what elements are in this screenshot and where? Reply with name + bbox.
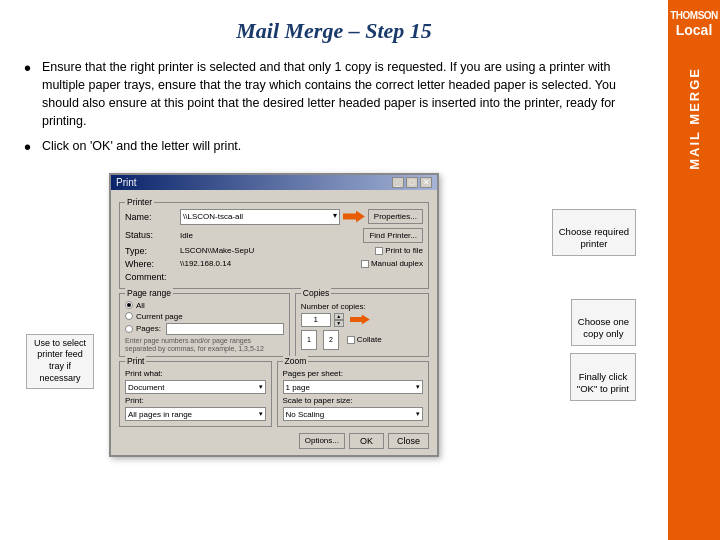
callout-ok: Finally click "OK" to print [570, 353, 636, 400]
copies-value[interactable]: 1 [301, 313, 331, 327]
close-btn-title[interactable]: ✕ [420, 177, 432, 188]
where-value: \\192.168.0.14 [180, 259, 361, 268]
where-label: Where: [125, 259, 180, 269]
num-copies-label: Number of copies: [301, 302, 423, 311]
status-row: Status: Idle Find Printer... [125, 228, 423, 243]
all-label: All [136, 301, 145, 310]
current-page-radio-row: Current page [125, 312, 284, 321]
pages-radio[interactable] [125, 325, 133, 333]
bullet-dot: • [24, 137, 38, 157]
where-row: Where: \\192.168.0.14 Manual duplex [125, 259, 423, 269]
copies-spinbuttons: ▲ ▼ [334, 313, 344, 327]
type-label: Type: [125, 246, 180, 256]
copies-spin-down[interactable]: ▼ [334, 320, 344, 327]
list-item: • Ensure that the right printer is selec… [24, 58, 644, 131]
print-what-value: Document [128, 383, 164, 392]
printer-section-title: Printer [125, 197, 154, 207]
current-page-label: Current page [136, 312, 183, 321]
print-what-label: Print what: [125, 369, 266, 378]
type-row: Type: LSCON\\Make-SepU Print to file [125, 246, 423, 256]
callout-printer-text: Choose required printer [559, 226, 629, 249]
find-printer-button[interactable]: Find Printer... [363, 228, 423, 243]
name-value: \\LSCON-tsca-all [183, 212, 243, 221]
list-item: • Click on 'OK' and the letter will prin… [24, 137, 644, 157]
pages-input[interactable] [166, 323, 284, 335]
title-buttons: _ □ ✕ [392, 177, 432, 188]
status-value: Idle [180, 231, 359, 240]
copies-area: Number of copies: 1 ▲ ▼ [301, 302, 423, 350]
callout-feed-text: Use to select printer feed tray if neces… [34, 338, 86, 383]
type-value: LSCON\\Make-SepU [180, 246, 375, 255]
sidebar: THOMSON Local MAIL MERGE [668, 0, 720, 540]
bullet-dot: • [24, 58, 38, 78]
sidebar-section-label: MAIL MERGE [687, 67, 702, 170]
printer-arrow [343, 211, 365, 223]
print-value: All pages in range [128, 410, 192, 419]
screenshot-area: Use to select printer feed tray if neces… [24, 169, 644, 409]
manual-duplex-checkbox[interactable] [361, 260, 369, 268]
bullet-text-2: Click on 'OK' and the letter will print. [42, 137, 241, 155]
scale-dropdown[interactable]: No Scaling ▾ [283, 407, 424, 421]
collate-checkbox[interactable] [347, 336, 355, 344]
print-to-file-row: Print to file [375, 246, 423, 255]
collate-label: Collate [357, 335, 382, 344]
callout-ok-text: Finally click "OK" to print [577, 371, 629, 394]
pages-per-sheet-label: Pages per sheet: [283, 369, 424, 378]
callout-copy: Choose one copy only [571, 299, 636, 346]
collate-area: 1 2 Collate [301, 330, 423, 350]
print-label: Print: [125, 396, 266, 405]
pages-hint: Enter page numbers and/or page ranges se… [125, 337, 284, 354]
print-what-body: Print what: Document ▾ Print: All pages … [125, 369, 266, 421]
print-what-arrow: ▾ [259, 383, 263, 391]
manual-duplex-label: Manual duplex [371, 259, 423, 268]
comment-row: Comment: [125, 272, 423, 282]
copies-spin-up[interactable]: ▲ [334, 313, 344, 320]
print-arrow: ▾ [259, 410, 263, 418]
properties-button[interactable]: Properties... [368, 209, 423, 224]
print-dialog: Print _ □ ✕ Printer Name: \\LSCON-tsca-a [109, 173, 439, 458]
minimize-btn[interactable]: _ [392, 177, 404, 188]
all-radio[interactable] [125, 301, 133, 309]
copies-section: Copies Number of copies: 1 ▲ ▼ [295, 293, 429, 358]
pages-per-sheet-value: 1 page [286, 383, 310, 392]
print-to-file-checkbox[interactable] [375, 247, 383, 255]
sidebar-thomson: THOMSON [670, 10, 718, 22]
sidebar-local: Local [670, 22, 718, 39]
collate-page-1: 1 [301, 330, 317, 350]
pages-radio-row: Pages: [125, 323, 284, 335]
ok-button[interactable]: OK [349, 433, 384, 449]
all-radio-row: All [125, 301, 284, 310]
print-what-dropdown[interactable]: Document ▾ [125, 380, 266, 394]
page-title: Mail Merge – Step 15 [24, 18, 644, 44]
name-field: \\LSCON-tsca-all ▾ [180, 209, 340, 225]
scale-arrow: ▾ [416, 410, 420, 418]
copies-arrow [350, 315, 370, 325]
pages-per-sheet-dropdown[interactable]: 1 page ▾ [283, 380, 424, 394]
dialog-buttons: Options... OK Close [119, 433, 429, 449]
sidebar-logo: THOMSON Local [670, 10, 718, 39]
print-what-section: Print Print what: Document ▾ Print: All … [119, 361, 272, 427]
print-dropdown[interactable]: All pages in range ▾ [125, 407, 266, 421]
manual-duplex-row: Manual duplex [361, 259, 423, 268]
collate-checkbox-row: Collate [347, 335, 382, 344]
pages-label: Pages: [136, 324, 161, 333]
cancel-button[interactable]: Close [388, 433, 429, 449]
current-page-radio[interactable] [125, 312, 133, 320]
print-what-zoom: Print Print what: Document ▾ Print: All … [119, 361, 429, 431]
zoom-section: Zoom Pages per sheet: 1 page ▾ Scale to … [277, 361, 430, 427]
name-dropdown-arrow[interactable]: ▾ [333, 211, 337, 220]
main-content: Mail Merge – Step 15 • Ensure that the r… [0, 0, 668, 540]
scale-value: No Scaling [286, 410, 325, 419]
options-button[interactable]: Options... [299, 433, 345, 449]
page-range-title: Page range [125, 288, 173, 298]
zoom-title: Zoom [283, 356, 309, 366]
page-range-section: Page range All Current page Pages: [119, 293, 290, 358]
print-to-file-label: Print to file [385, 246, 423, 255]
name-label: Name: [125, 212, 180, 222]
callout-printer: Choose required printer [552, 209, 636, 256]
maximize-btn[interactable]: □ [406, 177, 418, 188]
status-label: Status: [125, 230, 180, 240]
bullet-list: • Ensure that the right printer is selec… [24, 58, 644, 157]
page-range-copies: Page range All Current page Pages: [119, 293, 429, 362]
pps-arrow: ▾ [416, 383, 420, 391]
